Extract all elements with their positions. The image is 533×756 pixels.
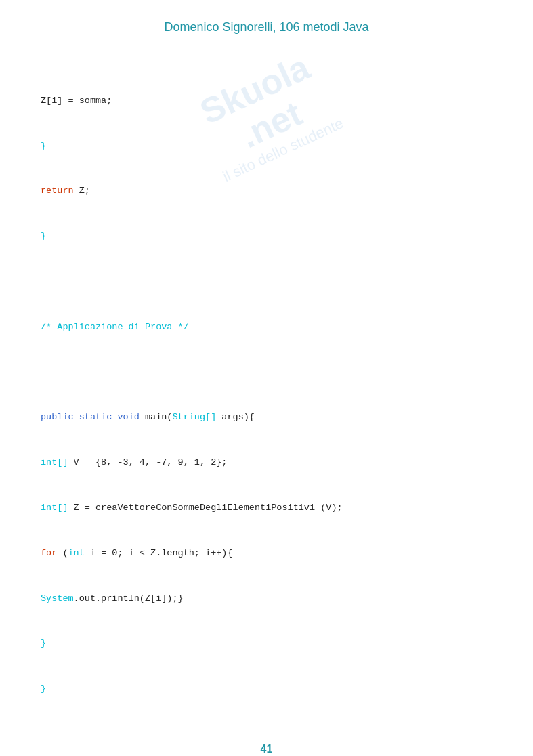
code-keyword-public: public static void xyxy=(41,412,140,422)
code-keyword-return: return xyxy=(41,186,74,196)
code-text: } xyxy=(41,231,46,241)
code-text: main( xyxy=(140,412,173,422)
code-type-int: int[] xyxy=(41,457,68,467)
code-text: .out.println(Z[i]);} xyxy=(74,593,184,604)
code-text: Z[i] = somma; xyxy=(41,96,112,106)
code-text: args){ xyxy=(216,412,255,422)
code-block: Z[i] = somma; } return Z; } /* Applicazi… xyxy=(41,48,492,742)
code-line-4: } xyxy=(41,229,492,244)
code-text: Z; xyxy=(74,186,90,196)
code-line-3: return Z; xyxy=(41,184,492,198)
code-line-1: Z[i] = somma; xyxy=(41,93,492,108)
code-line-10: int[] Z = creaVettoreConSommeDegliElemen… xyxy=(41,501,492,516)
code-text: V = {8, -3, 4, -7, 9, 1, 2}; xyxy=(68,457,228,467)
code-line-13: } xyxy=(41,636,492,651)
code-line-14: } xyxy=(41,681,492,696)
code-text: ( xyxy=(57,548,68,558)
code-keyword-int: int xyxy=(68,548,85,558)
code-line-11: for (int i = 0; i < Z.length; i++){ xyxy=(41,546,492,561)
code-system: System xyxy=(41,593,74,604)
code-comment: /* Applicazione di Prova */ xyxy=(41,322,189,332)
code-brace-1: } xyxy=(41,638,46,648)
code-type-string: String[] xyxy=(172,412,216,422)
code-text: } xyxy=(41,141,46,151)
code-keyword-for: for xyxy=(41,548,57,558)
code-line-7 xyxy=(41,365,492,380)
code-brace-2: } xyxy=(41,684,46,694)
code-text: i = 0; i < Z.length; i++){ xyxy=(85,548,233,558)
page-title: Domenico Signorelli, 106 metodi Java xyxy=(41,20,492,35)
code-line-12: System.out.println(Z[i]);} xyxy=(41,591,492,606)
code-line-8: public static void main(String[] args){ xyxy=(41,410,492,425)
code-line-6: /* Applicazione di Prova */ xyxy=(41,320,492,335)
page-container: Skuola .net il sito dello studente Domen… xyxy=(0,0,533,756)
code-line-2: } xyxy=(41,139,492,154)
code-line-9: int[] V = {8, -3, 4, -7, 9, 1, 2}; xyxy=(41,455,492,470)
page-number: 41 xyxy=(261,743,273,755)
code-line-5 xyxy=(41,274,492,289)
code-type-int2: int[] xyxy=(41,503,68,513)
code-text: Z = creaVettoreConSommeDegliElementiPosi… xyxy=(68,503,343,513)
